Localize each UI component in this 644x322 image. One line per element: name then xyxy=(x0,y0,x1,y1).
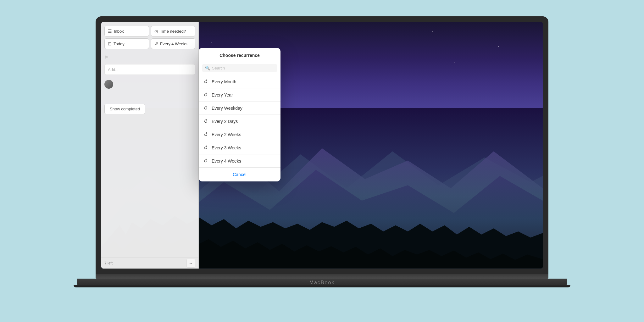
recurrence-item-every-2-weeks[interactable]: ↺ Every 2 Weeks xyxy=(199,128,280,141)
recurrence-item-every-weekday[interactable]: ↺ Every Weekday xyxy=(199,102,280,115)
search-box[interactable]: 🔍 Search xyxy=(202,64,277,72)
flag-row: ⚑ xyxy=(101,53,198,62)
macbook-device: ☰ Inbox ◷ Time needed? ⊡ Today xyxy=(70,16,574,306)
today-label: Today xyxy=(114,42,125,46)
arrow-right-icon: → xyxy=(189,261,193,266)
recurrence-label-year: Every Year xyxy=(212,92,233,97)
recur-icon-2weeks: ↺ xyxy=(203,131,209,138)
recurrence-button[interactable]: ↺ Every 4 Weeks xyxy=(151,38,196,49)
flag-icon: ⚑ xyxy=(104,55,108,60)
recurrence-label-weekday: Every Weekday xyxy=(212,106,242,111)
recurrence-item-every-4-weeks[interactable]: ↺ Every 4 Weeks xyxy=(199,154,280,167)
time-placeholder: Time needed? xyxy=(160,29,186,34)
recurrence-label-4weeks: Every 4 Weeks xyxy=(212,158,241,164)
search-placeholder: Search xyxy=(212,66,274,70)
recur-icon-month: ↺ xyxy=(203,78,209,85)
show-completed-button[interactable]: Show completed xyxy=(104,104,145,114)
app-panel: ☰ Inbox ◷ Time needed? ⊡ Today xyxy=(101,22,199,269)
time-needed-button[interactable]: ◷ Time needed? xyxy=(151,26,196,36)
recurrence-options-list: ↺ Every Month ↺ Every Year ↺ Every Weekd… xyxy=(199,75,280,167)
recur-icon-weekday: ↺ xyxy=(203,104,209,111)
clock-icon: ◷ xyxy=(154,29,158,34)
macbook-label: MacBook xyxy=(77,279,567,286)
search-icon: 🔍 xyxy=(205,66,210,70)
recurrence-item-every-2-days[interactable]: ↺ Every 2 Days xyxy=(199,115,280,128)
recurrence-icon: ↺ xyxy=(154,41,158,46)
inbox-icon: ☰ xyxy=(108,29,112,34)
avatar xyxy=(104,80,113,89)
add-task-placeholder: Add... xyxy=(108,67,119,72)
recurrence-modal: Choose recurrence 🔍 Search ↺ Every Month xyxy=(199,48,280,181)
cancel-button[interactable]: Cancel xyxy=(199,167,280,181)
recurrence-label-3weeks: Every 3 Weeks xyxy=(212,145,241,150)
base-hinge xyxy=(96,274,548,279)
avatar-row xyxy=(101,77,198,91)
inbox-label: Inbox xyxy=(114,29,124,34)
recurrence-label-month: Every Month xyxy=(212,79,236,84)
toolbar-row-1: ☰ Inbox ◷ Time needed? xyxy=(104,26,195,36)
recur-icon-year: ↺ xyxy=(203,91,209,98)
recur-icon-4weeks: ↺ xyxy=(203,157,209,164)
recurrence-label-2weeks: Every 2 Weeks xyxy=(212,132,241,137)
inbox-button[interactable]: ☰ Inbox xyxy=(104,26,149,36)
arrow-right-button[interactable]: → xyxy=(186,259,195,268)
toolbar-row-2: ⊡ Today ↺ Every 4 Weeks xyxy=(104,38,195,49)
search-container: 🔍 Search xyxy=(199,61,280,75)
screen-content: ☰ Inbox ◷ Time needed? ⊡ Today xyxy=(101,22,543,269)
cancel-label: Cancel xyxy=(233,172,247,177)
recurrence-label-2days: Every 2 Days xyxy=(212,119,238,124)
count-label: 7 left xyxy=(104,261,113,265)
today-button[interactable]: ⊡ Today xyxy=(104,38,149,49)
recurrence-item-every-month[interactable]: ↺ Every Month xyxy=(199,75,280,88)
recurrence-label: Every 4 Weeks xyxy=(160,42,187,46)
calendar-icon: ⊡ xyxy=(108,41,112,46)
modal-title: Choose recurrence xyxy=(199,48,280,61)
base-body: MacBook xyxy=(77,279,567,285)
recurrence-item-every-3-weeks[interactable]: ↺ Every 3 Weeks xyxy=(199,141,280,154)
recur-icon-3weeks: ↺ xyxy=(203,144,209,151)
screen-bezel: ☰ Inbox ◷ Time needed? ⊡ Today xyxy=(96,16,548,274)
recurrence-item-every-year[interactable]: ↺ Every Year xyxy=(199,88,280,102)
recur-icon-2days: ↺ xyxy=(203,118,209,125)
show-completed-label: Show completed xyxy=(110,107,140,111)
macbook-base: MacBook xyxy=(70,274,574,306)
bottom-bar: 7 left → xyxy=(101,257,198,269)
app-toolbar: ☰ Inbox ◷ Time needed? ⊡ Today xyxy=(101,22,198,53)
add-task-area[interactable]: Add... xyxy=(104,64,195,75)
